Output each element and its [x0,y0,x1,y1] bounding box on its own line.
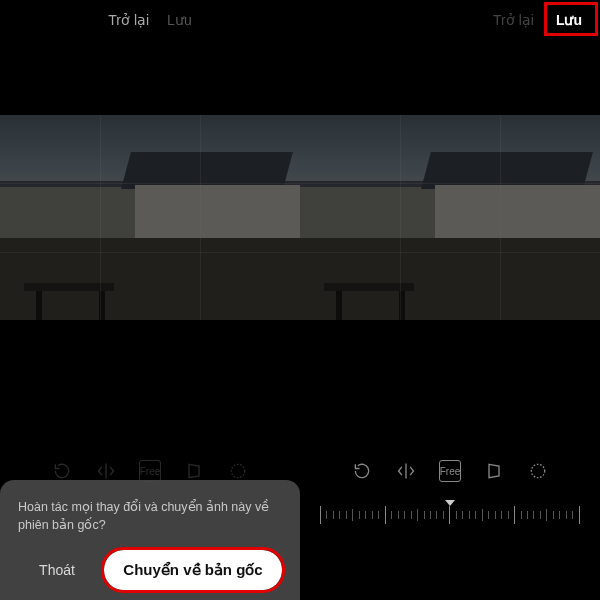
ruler-tick [527,511,528,519]
ruler-tick [378,511,379,519]
ruler-tick [456,511,457,519]
crop-toolbar-left: Free [0,460,300,482]
rotation-ruler[interactable] [320,502,580,528]
dialog-revert-label: Chuyển về bản gốc [123,561,262,578]
ruler-tick [559,511,560,519]
photo-preview-right[interactable] [300,115,600,320]
flip-icon[interactable] [95,460,117,482]
perspective-icon[interactable] [483,460,505,482]
ruler-tick [326,511,327,519]
ruler-tick [320,506,321,524]
save-button[interactable]: Lưu [546,8,592,32]
ruler-tick [462,511,463,519]
editor-panel-right: Trở lại Lưu Free [300,0,600,600]
ruler-tick [443,511,444,519]
free-crop-icon[interactable]: Free [139,460,161,482]
ruler-tick [346,511,347,519]
free-crop-icon[interactable]: Free [439,460,461,482]
ruler-tick [469,511,470,519]
ruler-tick [398,511,399,519]
ruler-tick [339,511,340,519]
ruler-tick [424,511,425,519]
ruler-tick [365,511,366,519]
ruler-tick [508,511,509,519]
rotate-icon[interactable] [51,460,73,482]
ruler-tick [411,511,412,519]
auto-adjust-icon[interactable] [527,460,549,482]
ruler-tick [391,511,392,519]
auto-adjust-icon[interactable] [227,460,249,482]
svg-point-0 [231,464,244,477]
ruler-tick [533,511,534,519]
ruler-tick [430,511,431,519]
ruler-tick [579,506,580,524]
ruler-tick [553,511,554,519]
ruler-tick [540,511,541,519]
back-button-right[interactable]: Trở lại [493,12,534,28]
photo-preview-left[interactable] [0,115,300,320]
ruler-tick [514,506,515,524]
ruler-tick [417,509,418,521]
ruler-tick [385,506,386,524]
header-left: Trở lại Lưu [0,0,300,40]
header-right: Trở lại Lưu [300,0,600,40]
perspective-icon[interactable] [183,460,205,482]
ruler-tick [404,511,405,519]
ruler-tick [352,509,353,521]
ruler-tick [501,511,502,519]
svg-point-1 [531,464,544,477]
save-button-disabled: Lưu [167,12,192,28]
revert-dialog: Hoàn tác mọi thay đổi và chuyển ảnh này … [0,480,300,600]
rotate-icon[interactable] [351,460,373,482]
ruler-tick [449,506,450,524]
ruler-tick [572,511,573,519]
editor-panel-left: Trở lại Lưu Free [0,0,300,600]
ruler-tick [546,509,547,521]
dialog-revert-button[interactable]: Chuyển về bản gốc [104,550,282,590]
ruler-tick [521,511,522,519]
ruler-tick [495,511,496,519]
back-button[interactable]: Trở lại [108,12,149,28]
ruler-tick [359,511,360,519]
ruler-tick [488,511,489,519]
ruler-tick [566,511,567,519]
ruler-tick [333,511,334,519]
dialog-message: Hoàn tác mọi thay đổi và chuyển ảnh này … [18,498,282,534]
dialog-exit-button[interactable]: Thoát [18,552,96,588]
ruler-tick [482,509,483,521]
ruler-tick [436,511,437,519]
flip-icon[interactable] [395,460,417,482]
ruler-tick [475,511,476,519]
crop-toolbar-right: Free [300,460,600,482]
ruler-indicator-icon [445,500,455,506]
ruler-tick [372,511,373,519]
